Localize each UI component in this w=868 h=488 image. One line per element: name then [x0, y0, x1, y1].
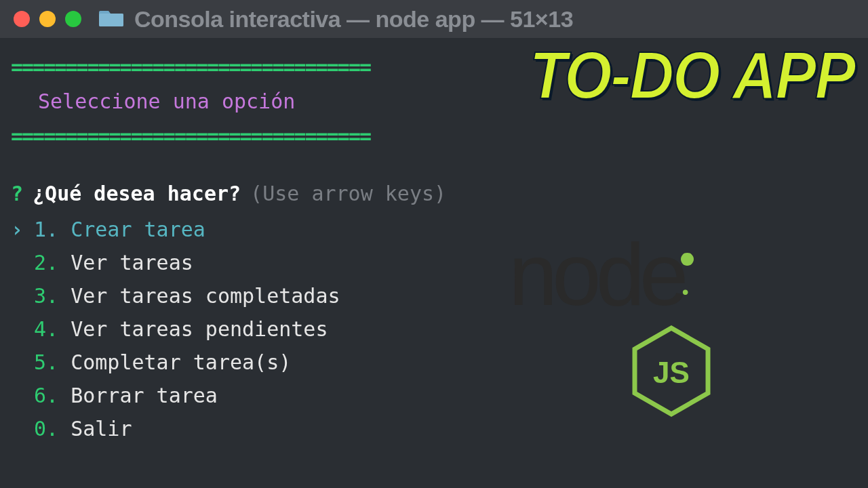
divider-bottom: =================================: [11, 121, 857, 151]
nodejs-logo-text: node••: [509, 224, 834, 325]
menu-item-number: 0.: [34, 417, 58, 441]
nodejs-hex-icon: JS: [631, 325, 712, 420]
menu-item-number: 1.: [34, 218, 58, 241]
prompt-line: ? ¿Qué desea hacer? (Use arrow keys): [11, 178, 857, 209]
svg-text:JS: JS: [653, 356, 690, 389]
maximize-window-button[interactable]: [65, 11, 81, 27]
menu-item-6[interactable]: 6. Borrar tarea: [11, 379, 857, 412]
pointer-icon: ›: [11, 214, 24, 245]
menu-item-number: 6.: [34, 384, 58, 407]
menu-item-label: Salir: [71, 417, 132, 441]
menu-item-0[interactable]: 0. Salir: [11, 412, 857, 445]
menu-item-5[interactable]: 5. Completar tarea(s): [11, 346, 857, 379]
prompt-text: ¿Qué desea hacer?: [33, 178, 241, 209]
menu-item-number: 4.: [34, 317, 58, 341]
menu-item-number: 3.: [34, 284, 58, 308]
window-title: Consola interactiva — node app — 51×13: [134, 6, 573, 33]
menu-item-label: Completar tarea(s): [71, 350, 291, 374]
overlay-title: TO-DO APP: [530, 47, 854, 104]
menu-item-label: Crear tarea: [71, 218, 205, 241]
menu-item-number: 5.: [34, 350, 58, 374]
window-titlebar: Consola interactiva — node app — 51×13: [0, 0, 868, 38]
close-window-button[interactable]: [14, 11, 30, 27]
menu-item-label: Ver tareas pendientes: [71, 317, 328, 341]
menu-item-number: 2.: [34, 251, 58, 274]
prompt-question-icon: ?: [11, 178, 23, 209]
menu-item-label: Ver tareas completadas: [71, 284, 340, 308]
nodejs-logo: node••: [509, 224, 834, 325]
menu-item-label: Borrar tarea: [71, 384, 218, 407]
svg-rect-0: [99, 14, 123, 26]
prompt-hint: (Use arrow keys): [250, 178, 446, 209]
menu-item-label: Ver tareas: [71, 251, 193, 274]
minimize-window-button[interactable]: [39, 11, 56, 27]
folder-icon: [92, 7, 123, 30]
traffic-lights: [14, 11, 81, 27]
